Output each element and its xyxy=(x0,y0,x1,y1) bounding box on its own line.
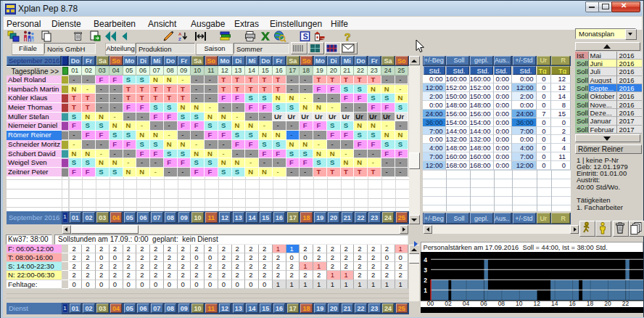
svg-text:2: 2 xyxy=(424,277,427,284)
svg-text:1: 1 xyxy=(424,287,427,294)
svg-text:Z: Z xyxy=(178,36,181,41)
svg-text:4: 4 xyxy=(424,256,427,264)
svg-text:3: 3 xyxy=(424,266,427,274)
svg-text:A: A xyxy=(178,31,182,36)
svg-text:?: ? xyxy=(344,31,351,42)
svg-text:S: S xyxy=(303,33,308,41)
